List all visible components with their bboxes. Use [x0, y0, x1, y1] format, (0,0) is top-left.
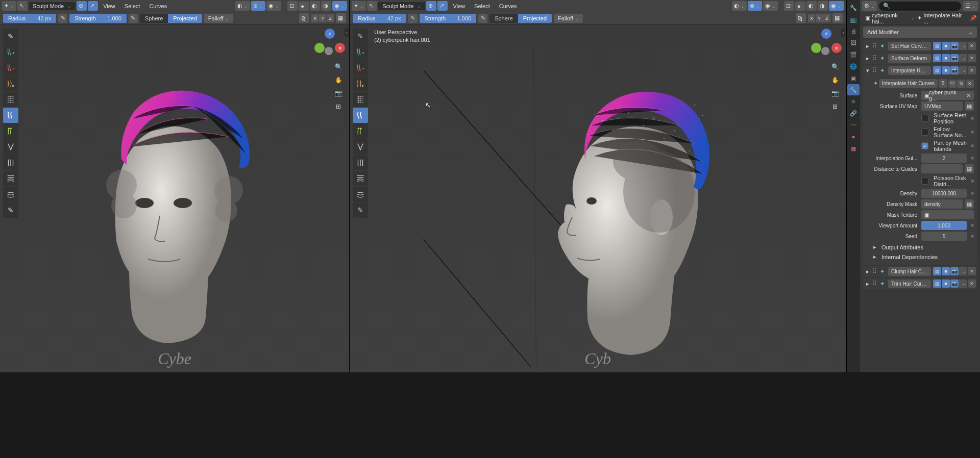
extras-dropdown[interactable] — [959, 279, 967, 288]
animate-dot[interactable] — [971, 157, 974, 160]
pivot-icon[interactable]: ⊕ — [77, 1, 87, 11]
realtime-toggle[interactable]: ■ — [942, 279, 950, 288]
tool-pinch[interactable] — [353, 139, 368, 155]
sidebar-toggle[interactable]: ‹ — [841, 29, 845, 37]
camera-icon[interactable]: 📷 — [333, 88, 344, 99]
internal-dependencies-header[interactable]: ▸Internal Dependencies — [873, 252, 974, 262]
gizmo-center[interactable] — [821, 47, 829, 55]
tool-grow[interactable] — [3, 123, 18, 139]
camera-icon[interactable]: 📷 — [829, 88, 841, 99]
tool-puff[interactable] — [3, 171, 18, 186]
tool-density[interactable] — [353, 76, 368, 91]
tab-object[interactable]: ▣ — [847, 72, 860, 84]
xray-dropdown[interactable]: ◉ — [763, 1, 778, 11]
expand-toggle[interactable]: ▸ — [864, 43, 871, 49]
tool-pinch[interactable] — [3, 139, 18, 155]
tool-comb[interactable] — [353, 92, 368, 107]
duplicate-button[interactable]: ⧉ — [957, 80, 965, 88]
edit-mode-toggle[interactable]: ▤ — [933, 279, 941, 288]
delete-modifier[interactable]: ✕ — [968, 54, 976, 62]
extras-dropdown[interactable] — [959, 54, 967, 62]
tool-annotate[interactable]: ✎ — [353, 202, 368, 218]
pivot-icon[interactable]: ⊕ — [426, 1, 436, 11]
gizmo-y[interactable] — [811, 43, 821, 53]
falloff-shape-pill[interactable]: SphereProjected — [489, 14, 552, 23]
tab-material[interactable]: ● — [847, 131, 860, 142]
animate-dot[interactable] — [971, 224, 974, 227]
pan-icon[interactable]: ✋ — [829, 74, 841, 86]
strength-pressure-icon[interactable]: ✎ — [129, 14, 138, 23]
radius-pressure-icon[interactable]: ✎ — [408, 14, 418, 23]
tab-scene[interactable]: 🎬 — [847, 49, 860, 60]
edit-mode-toggle[interactable]: ▤ — [933, 267, 941, 275]
uvmap-field[interactable]: UVMap — [921, 101, 963, 111]
tool-paint-selection[interactable]: ✎ — [353, 29, 368, 44]
tab-constraint[interactable]: 🔗 — [847, 108, 860, 119]
mirror-icon[interactable]: ⧎ — [796, 13, 806, 23]
density-field[interactable]: 10000.000 — [921, 189, 967, 198]
search-input[interactable]: 🔍 — [879, 2, 961, 11]
realtime-toggle[interactable]: ■ — [942, 267, 950, 275]
editor-type-dropdown[interactable]: ✦ — [2, 1, 16, 11]
viewport-amount-field[interactable]: 1.000 — [921, 221, 967, 230]
render-toggle[interactable]: 📷 — [950, 267, 959, 275]
gizmo-y[interactable] — [314, 43, 325, 53]
tool-slide[interactable] — [3, 187, 18, 202]
drag-handle[interactable]: ⠿ — [872, 55, 877, 62]
poisson-checkbox[interactable] — [921, 177, 928, 185]
extras-dropdown[interactable] — [959, 66, 967, 74]
edit-mode-toggle[interactable]: ▤ — [933, 42, 941, 50]
mirror-icon[interactable]: ⧎ — [299, 13, 309, 23]
extras-dropdown[interactable] — [959, 267, 967, 275]
gizmo-z[interactable]: Z — [325, 29, 335, 39]
delete-modifier[interactable]: ✕ — [968, 42, 976, 50]
gizmo-x[interactable]: X — [335, 43, 345, 53]
tool-smooth[interactable] — [3, 155, 18, 170]
render-toggle[interactable]: 📷 — [950, 54, 959, 62]
fake-user-toggle[interactable]: 🛡 — [948, 80, 957, 88]
render-toggle[interactable]: 📷 — [950, 279, 959, 288]
clear-icon[interactable]: ✕ — [966, 92, 971, 99]
tool-add[interactable] — [3, 44, 18, 60]
delete-modifier[interactable]: ✕ — [968, 279, 976, 288]
snap-icon[interactable]: ↗ — [88, 1, 98, 11]
tab-data[interactable]: 〰 — [847, 119, 860, 131]
breadcrumb-modifier[interactable]: ✦ Interpolate Hair ... — [915, 11, 966, 26]
tool-grow[interactable] — [353, 123, 368, 139]
tool-annotate[interactable]: ✎ — [3, 202, 18, 218]
render-toggle[interactable]: 📷 — [950, 42, 959, 50]
breadcrumb-object[interactable]: ▣ cyberpunk hai... — [863, 11, 910, 26]
shading-wire-icon[interactable]: ⊡ — [784, 1, 794, 11]
falloff-shape-pill[interactable]: SphereProjected — [140, 14, 202, 23]
tab-modifier[interactable]: 🔧 — [847, 84, 860, 95]
animate-dot[interactable] — [971, 131, 974, 134]
gizmo-z[interactable]: Z — [821, 29, 831, 39]
shading-solid-icon[interactable]: ● — [299, 2, 309, 11]
mode-dropdown[interactable]: Sculpt Mode — [378, 2, 425, 10]
shading-solid-icon[interactable]: ● — [795, 2, 805, 11]
editor-type-dropdown[interactable]: ⚙ — [862, 1, 877, 11]
pin-icon[interactable]: 📌 — [970, 15, 977, 21]
tab-viewlayer[interactable]: 🖼 — [847, 37, 860, 48]
mode-dropdown[interactable]: Sculpt Mode — [29, 2, 76, 10]
tool-paint-selection[interactable]: ✎ — [3, 29, 18, 44]
animate-dot[interactable] — [971, 180, 974, 183]
drag-handle[interactable]: ⠿ — [872, 42, 877, 49]
drag-handle[interactable]: ⠿ — [872, 268, 877, 275]
mirror-extra-icon[interactable]: ▦ — [832, 13, 843, 23]
menu-select[interactable]: Select — [470, 1, 494, 11]
modifier-name[interactable]: Surface Deform — [888, 54, 931, 63]
tool-smooth[interactable] — [353, 155, 368, 170]
shading-material-icon[interactable]: ◑ — [321, 1, 331, 11]
expand-toggle[interactable]: ▸ — [864, 55, 871, 62]
tab-world[interactable]: 🌐 — [847, 61, 860, 72]
realtime-toggle[interactable]: ■ — [942, 66, 950, 74]
sidebar-toggle[interactable]: ‹ — [345, 29, 349, 37]
unlink-button[interactable]: ✕ — [966, 80, 974, 88]
delete-modifier[interactable]: ✕ — [968, 267, 976, 275]
overlays-dropdown[interactable]: ⊚ — [251, 1, 265, 11]
attribute-toggle[interactable]: ▦ — [965, 164, 974, 173]
visibility-dropdown[interactable]: ◐ — [732, 1, 747, 11]
drag-handle[interactable]: ⠿ — [872, 280, 877, 287]
strength-pressure-icon[interactable]: ✎ — [478, 14, 487, 23]
